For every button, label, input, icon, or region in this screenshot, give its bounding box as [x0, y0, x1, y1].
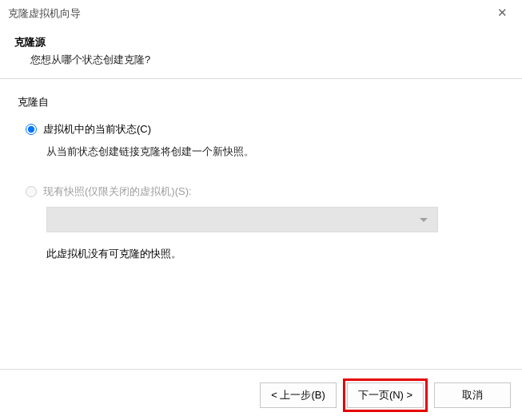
- option-existing-snapshot-label: 现有快照(仅限关闭的虚拟机)(S):: [43, 184, 192, 199]
- wizard-footer: < 上一步(B) 下一页(N) > 取消: [0, 369, 522, 420]
- back-button[interactable]: < 上一步(B): [260, 382, 337, 408]
- radio-existing-snapshot: [26, 186, 37, 197]
- snapshot-dropdown: [46, 207, 438, 232]
- next-button[interactable]: 下一页(N) >: [347, 382, 424, 408]
- wizard-header: 克隆源 您想从哪个状态创建克隆?: [0, 27, 522, 79]
- titlebar: 克隆虚拟机向导 ✕: [0, 0, 522, 27]
- option-current-state[interactable]: 虚拟机中的当前状态(C): [26, 122, 504, 137]
- header-title: 克隆源: [14, 35, 508, 50]
- cancel-button[interactable]: 取消: [434, 382, 511, 408]
- close-icon[interactable]: ✕: [491, 5, 514, 20]
- option-current-state-hint: 从当前状态创建链接克隆将创建一个新快照。: [46, 145, 504, 159]
- option-existing-snapshot: 现有快照(仅限关闭的虚拟机)(S):: [26, 184, 504, 199]
- header-subtitle: 您想从哪个状态创建克隆?: [30, 53, 508, 67]
- next-button-highlight: 下一页(N) >: [343, 378, 428, 412]
- radio-current-state[interactable]: [26, 124, 37, 135]
- no-snapshot-text: 此虚拟机没有可克隆的快照。: [46, 247, 504, 261]
- clone-from-label: 克隆自: [18, 95, 504, 109]
- window-title: 克隆虚拟机向导: [8, 6, 81, 21]
- wizard-body: 克隆自 虚拟机中的当前状态(C) 从当前状态创建链接克隆将创建一个新快照。 现有…: [0, 79, 522, 382]
- option-current-state-label: 虚拟机中的当前状态(C): [43, 122, 151, 137]
